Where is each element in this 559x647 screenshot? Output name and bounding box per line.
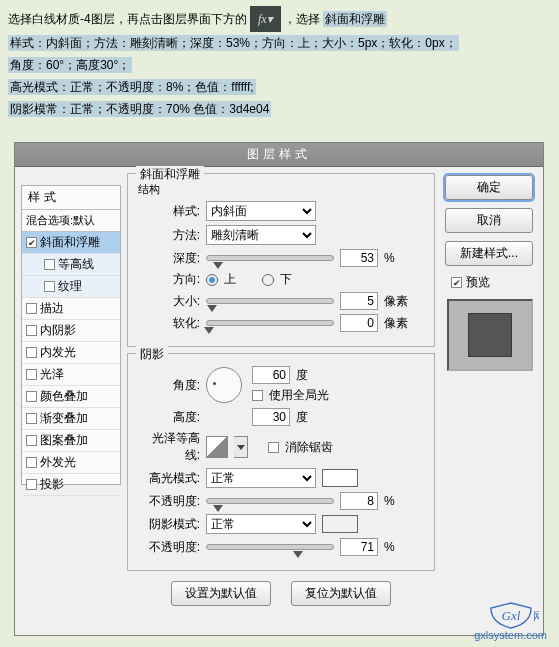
checkbox-icon[interactable] xyxy=(26,391,37,402)
style-item-contour[interactable]: 等高线 xyxy=(22,254,120,276)
gloss-dropdown-icon[interactable] xyxy=(234,436,248,458)
instr-params: 角度：60°；高度30°； xyxy=(8,57,132,73)
instr-params: 样式：内斜面；方法：雕刻清晰；深度：53%；方向：上；大小：5px；软化：0px… xyxy=(8,35,459,51)
style-item-bevel[interactable]: ✔ 斜面和浮雕 xyxy=(22,232,120,254)
preview-swatch xyxy=(447,299,533,371)
radio-down[interactable] xyxy=(262,274,274,286)
style-label: 样式: xyxy=(138,203,200,220)
soften-slider[interactable] xyxy=(206,320,334,326)
antialias-checkbox[interactable] xyxy=(268,442,279,453)
style-label: 斜面和浮雕 xyxy=(40,234,100,251)
shadow-color-swatch[interactable] xyxy=(322,515,358,533)
highlight-opacity-input[interactable] xyxy=(340,492,378,510)
dialog-title: 图层样式 xyxy=(15,143,543,167)
highlight-mode-select[interactable]: 正常 xyxy=(206,468,316,488)
method-label: 方法: xyxy=(138,227,200,244)
blend-options[interactable]: 混合选项:默认 xyxy=(22,210,120,232)
style-label: 等高线 xyxy=(58,256,94,273)
down-label: 下 xyxy=(280,271,292,288)
style-label: 外发光 xyxy=(40,454,76,471)
checkbox-icon[interactable] xyxy=(26,347,37,358)
checkbox-icon[interactable] xyxy=(44,259,55,270)
shadow-opacity-input[interactable] xyxy=(340,538,378,556)
style-item-gradient-overlay[interactable]: 渐变叠加 xyxy=(22,408,120,430)
styles-list: 样式 混合选项:默认 ✔ 斜面和浮雕 等高线 纹理 描边 内阴影 xyxy=(21,185,121,485)
new-style-button[interactable]: 新建样式... xyxy=(445,241,533,266)
reset-default-button[interactable]: 复位为默认值 xyxy=(291,581,391,606)
angle-label: 角度: xyxy=(138,377,200,394)
depth-input[interactable] xyxy=(340,249,378,267)
altitude-input[interactable] xyxy=(252,408,290,426)
set-default-button[interactable]: 设置为默认值 xyxy=(171,581,271,606)
shadow-mode-select[interactable]: 正常 xyxy=(206,514,316,534)
preview-inner xyxy=(468,313,512,357)
style-item-pattern-overlay[interactable]: 图案叠加 xyxy=(22,430,120,452)
checkbox-icon[interactable] xyxy=(26,457,37,468)
checkbox-icon[interactable] xyxy=(26,479,37,490)
shadow-opacity-label: 不透明度: xyxy=(138,539,200,556)
unit: % xyxy=(384,494,395,508)
watermark: Gxl 网 gxlsystem.com xyxy=(474,601,547,641)
unit: 度 xyxy=(296,367,308,384)
ok-button[interactable]: 确定 xyxy=(445,175,533,200)
shading-legend: 阴影 xyxy=(136,346,168,363)
svg-text:Gxl: Gxl xyxy=(501,608,520,623)
method-select[interactable]: 雕刻清晰 xyxy=(206,225,316,245)
checkbox-icon[interactable] xyxy=(26,303,37,314)
style-label: 投影 xyxy=(40,476,64,493)
shield-icon: Gxl 网 xyxy=(483,601,539,629)
highlight-opacity-slider[interactable] xyxy=(206,498,334,504)
angle-input[interactable] xyxy=(252,366,290,384)
style-item-outer-glow[interactable]: 外发光 xyxy=(22,452,120,474)
style-item-drop-shadow[interactable]: 投影 xyxy=(22,474,120,496)
global-light-checkbox[interactable] xyxy=(252,390,263,401)
shading-fieldset: 阴影 角度: 度 使用全局光 xyxy=(127,353,435,571)
depth-slider[interactable] xyxy=(206,255,334,261)
instr-params: 高光模式：正常；不透明度：8%；色值：ffffff; xyxy=(8,79,256,95)
checkbox-icon[interactable] xyxy=(26,435,37,446)
style-item-inner-glow[interactable]: 内发光 xyxy=(22,342,120,364)
size-input[interactable] xyxy=(340,292,378,310)
style-item-satin[interactable]: 光泽 xyxy=(22,364,120,386)
unit: % xyxy=(384,251,395,265)
style-item-color-overlay[interactable]: 颜色叠加 xyxy=(22,386,120,408)
highlight-mode-label: 高光模式: xyxy=(138,470,200,487)
instr-params: 阴影模常：正常；不透明度：70% 色值：3d4e04 xyxy=(8,101,271,117)
style-item-inner-shadow[interactable]: 内阴影 xyxy=(22,320,120,342)
soften-label: 软化: xyxy=(138,315,200,332)
layer-style-dialog: 图层样式 样式 混合选项:默认 ✔ 斜面和浮雕 等高线 纹理 描边 xyxy=(14,142,544,636)
instr-text: 选择白线材质-4图层，再点击图层界面下方的 xyxy=(8,12,247,26)
checkbox-icon[interactable] xyxy=(26,325,37,336)
svg-text:网: 网 xyxy=(533,610,539,622)
shadow-opacity-slider[interactable] xyxy=(206,544,334,550)
highlight-opacity-label: 不透明度: xyxy=(138,493,200,510)
depth-label: 深度: xyxy=(138,250,200,267)
checkbox-icon[interactable]: ✔ xyxy=(26,237,37,248)
style-item-stroke[interactable]: 描边 xyxy=(22,298,120,320)
gloss-contour-label: 光泽等高线: xyxy=(138,430,200,464)
unit: 像素 xyxy=(384,293,408,310)
soften-input[interactable] xyxy=(340,314,378,332)
instr-text: ，选择 xyxy=(284,12,320,26)
gloss-contour-picker[interactable] xyxy=(206,436,228,458)
style-item-texture[interactable]: 纹理 xyxy=(22,276,120,298)
effect-name: 斜面和浮雕 xyxy=(323,11,387,27)
preview-checkbox[interactable]: ✔ xyxy=(451,277,462,288)
style-label: 渐变叠加 xyxy=(40,410,88,427)
watermark-url: gxlsystem.com xyxy=(474,629,547,641)
fx-button[interactable]: fx▾ xyxy=(250,6,281,32)
style-label: 内阴影 xyxy=(40,322,76,339)
radio-up[interactable] xyxy=(206,274,218,286)
checkbox-icon[interactable] xyxy=(26,413,37,424)
cancel-button[interactable]: 取消 xyxy=(445,208,533,233)
highlight-color-swatch[interactable] xyxy=(322,469,358,487)
angle-wheel[interactable] xyxy=(206,367,242,403)
style-label: 内发光 xyxy=(40,344,76,361)
checkbox-icon[interactable] xyxy=(44,281,55,292)
size-slider[interactable] xyxy=(206,298,334,304)
styles-head: 样式 xyxy=(22,186,120,210)
up-label: 上 xyxy=(224,271,236,288)
preview-label: 预览 xyxy=(466,274,490,291)
style-select[interactable]: 内斜面 xyxy=(206,201,316,221)
checkbox-icon[interactable] xyxy=(26,369,37,380)
